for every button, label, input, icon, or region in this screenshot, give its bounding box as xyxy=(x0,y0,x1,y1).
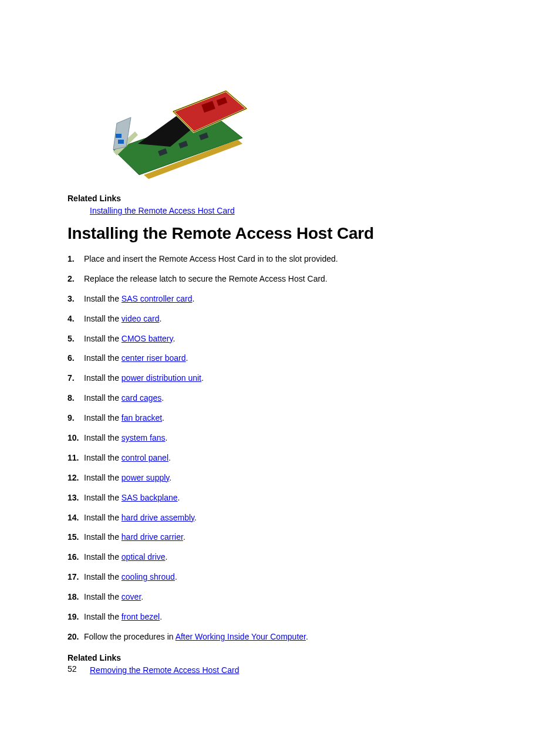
step-text-pre: Follow the procedures in xyxy=(84,632,176,641)
related-links-section-bottom: Related Links Removing the Remote Access… xyxy=(68,653,495,675)
step-text-post: . xyxy=(169,473,171,482)
step-link[interactable]: SAS controller card xyxy=(122,294,193,303)
step-link[interactable]: optical drive xyxy=(122,552,166,562)
step-text-post: . xyxy=(201,373,204,383)
step-text-post: . xyxy=(168,453,171,462)
step-text-post: . xyxy=(194,513,197,522)
step-4: 4.Install the video card. xyxy=(68,313,495,324)
step-link[interactable]: control panel xyxy=(122,453,168,462)
step-text-pre: Install the xyxy=(84,572,122,581)
step-number: 12. xyxy=(68,472,84,483)
step-number: 5. xyxy=(68,333,84,344)
step-link[interactable]: fan bracket xyxy=(122,413,162,422)
step-link[interactable]: cover xyxy=(122,592,141,601)
step-text-post: . xyxy=(175,572,177,581)
step-text: Install the system fans. xyxy=(84,432,495,444)
step-text-post: . xyxy=(183,532,185,542)
step-text: Install the video card. xyxy=(84,313,495,324)
step-link[interactable]: CMOS battery xyxy=(122,334,173,343)
link-installing-remote-access-host-card[interactable]: Installing the Remote Access Host Card xyxy=(90,206,235,215)
step-link[interactable]: front bezel xyxy=(122,612,160,621)
step-text-pre: Install the xyxy=(84,433,122,442)
step-text-pre: Install the xyxy=(84,493,122,502)
step-18: 18.Install the cover. xyxy=(68,591,495,603)
step-link[interactable]: After Working Inside Your Computer xyxy=(176,632,306,641)
step-text: Install the hard drive carrier. xyxy=(84,532,495,543)
step-text: Place and insert the Remote Access Host … xyxy=(84,253,495,265)
step-text-pre: Install the xyxy=(84,393,122,403)
step-text-pre: Place and insert the Remote Access Host … xyxy=(84,254,338,263)
steps-list: 1.Place and insert the Remote Access Hos… xyxy=(68,253,495,642)
step-text-pre: Replace the release latch to secure the … xyxy=(84,274,328,283)
step-number: 9. xyxy=(68,412,84,424)
step-text-post: . xyxy=(162,413,164,422)
step-3: 3.Install the SAS controller card. xyxy=(68,293,495,305)
step-number: 19. xyxy=(68,611,84,623)
step-13: 13.Install the SAS backplane. xyxy=(68,492,495,503)
step-text-post: . xyxy=(186,353,188,363)
step-text-pre: Install the xyxy=(84,294,122,303)
step-text: Install the power supply. xyxy=(84,472,495,483)
step-text-post: . xyxy=(160,612,162,621)
related-links-section-top: Related Links Installing the Remote Acce… xyxy=(68,194,495,216)
step-link[interactable]: power supply xyxy=(122,473,169,482)
step-number: 15. xyxy=(68,532,84,543)
step-text: Install the SAS controller card. xyxy=(84,293,495,305)
related-links-label: Related Links xyxy=(68,653,495,662)
step-8: 8.Install the card cages. xyxy=(68,393,495,404)
step-link[interactable]: system fans xyxy=(122,433,166,442)
hardware-illustration xyxy=(103,65,255,182)
step-14: 14.Install the hard drive assembly. xyxy=(68,512,495,523)
step-6: 6.Install the center riser board. xyxy=(68,353,495,364)
step-7: 7.Install the power distribution unit. xyxy=(68,373,495,384)
step-link[interactable]: power distribution unit xyxy=(122,373,201,383)
step-number: 4. xyxy=(68,313,84,324)
step-19: 19.Install the front bezel. xyxy=(68,611,495,623)
step-text-pre: Install the xyxy=(84,413,122,422)
step-link[interactable]: card cages xyxy=(122,393,161,403)
step-number: 18. xyxy=(68,591,84,603)
step-link[interactable]: center riser board xyxy=(122,353,186,363)
step-text-post: . xyxy=(141,592,143,601)
step-10: 10.Install the system fans. xyxy=(68,432,495,444)
step-text-pre: Install the xyxy=(84,453,122,462)
step-number: 1. xyxy=(68,253,84,265)
step-5: 5.Install the CMOS battery. xyxy=(68,333,495,344)
step-text-post: . xyxy=(166,433,168,442)
step-number: 17. xyxy=(68,571,84,583)
step-number: 11. xyxy=(68,452,84,464)
step-9: 9.Install the fan bracket. xyxy=(68,412,495,424)
step-text-post: . xyxy=(178,493,180,502)
step-text-pre: Install the xyxy=(84,552,122,562)
page-number: 52 xyxy=(68,664,77,674)
step-20: 20.Follow the procedures in After Workin… xyxy=(68,631,495,642)
step-number: 8. xyxy=(68,393,84,404)
step-text-pre: Install the xyxy=(84,353,122,363)
step-number: 3. xyxy=(68,293,84,305)
step-number: 13. xyxy=(68,492,84,503)
step-text-pre: Install the xyxy=(84,473,122,482)
step-text-post: . xyxy=(192,294,194,303)
step-text: Install the front bezel. xyxy=(84,611,495,623)
step-link[interactable]: hard drive assembly xyxy=(122,513,194,522)
step-link[interactable]: hard drive carrier xyxy=(122,532,183,542)
svg-rect-12 xyxy=(116,134,122,138)
step-number: 10. xyxy=(68,432,84,444)
step-16: 16.Install the optical drive. xyxy=(68,552,495,563)
step-link[interactable]: video card xyxy=(122,314,160,323)
step-text: Install the cooling shroud. xyxy=(84,571,495,583)
step-text-pre: Install the xyxy=(84,373,122,383)
step-text: Install the power distribution unit. xyxy=(84,373,495,384)
link-removing-remote-access-host-card[interactable]: Removing the Remote Access Host Card xyxy=(90,665,239,675)
step-12: 12.Install the power supply. xyxy=(68,472,495,483)
step-link[interactable]: SAS backplane xyxy=(122,493,178,502)
step-number: 14. xyxy=(68,512,84,523)
step-text: Install the card cages. xyxy=(84,393,495,404)
step-text: Install the SAS backplane. xyxy=(84,492,495,503)
step-text: Follow the procedures in After Working I… xyxy=(84,631,495,642)
step-text-post: . xyxy=(166,552,168,562)
step-text-post: . xyxy=(159,314,161,323)
step-number: 20. xyxy=(68,631,84,642)
step-link[interactable]: cooling shroud xyxy=(122,572,175,581)
step-11: 11.Install the control panel. xyxy=(68,452,495,464)
